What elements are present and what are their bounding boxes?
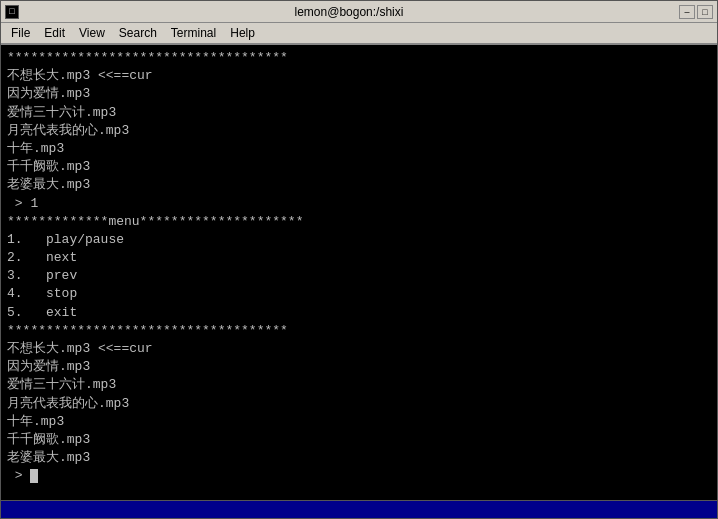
terminal-cursor [30, 469, 38, 483]
status-bar [1, 500, 717, 518]
terminal-line: 因为爱情.mp3 [7, 358, 711, 376]
terminal-line: > 1 [7, 195, 711, 213]
title-bar-left: □ [5, 5, 19, 19]
terminal-line: 1. play/pause [7, 231, 711, 249]
title-bar-controls: – □ [679, 5, 713, 19]
menu-file[interactable]: File [5, 25, 36, 41]
terminal-line: 千千阙歌.mp3 [7, 158, 711, 176]
terminal-line: 月亮代表我的心.mp3 [7, 395, 711, 413]
terminal-line: 2. next [7, 249, 711, 267]
title-bar: □ lemon@bogon:/shixi – □ [1, 1, 717, 23]
window-icon: □ [5, 5, 19, 19]
terminal-line: ************************************ [7, 49, 711, 67]
terminal-line: 老婆最大.mp3 [7, 176, 711, 194]
terminal-line: 老婆最大.mp3 [7, 449, 711, 467]
menu-bar: File Edit View Search Terminal Help [1, 23, 717, 45]
menu-edit[interactable]: Edit [38, 25, 71, 41]
menu-terminal[interactable]: Terminal [165, 25, 222, 41]
terminal-line: 爱情三十六计.mp3 [7, 104, 711, 122]
maximize-button[interactable]: □ [697, 5, 713, 19]
terminal-line: 不想长大.mp3 <<==cur [7, 340, 711, 358]
terminal-line: > [7, 467, 711, 485]
menu-view[interactable]: View [73, 25, 111, 41]
terminal-line: *************menu********************* [7, 213, 711, 231]
terminal-line: 爱情三十六计.mp3 [7, 376, 711, 394]
terminal-line: 5. exit [7, 304, 711, 322]
terminal-line: 不想长大.mp3 <<==cur [7, 67, 711, 85]
terminal-line: 因为爱情.mp3 [7, 85, 711, 103]
window-title: lemon@bogon:/shixi [295, 5, 404, 19]
terminal-body[interactable]: ************************************不想长大… [1, 45, 717, 500]
terminal-line: 千千阙歌.mp3 [7, 431, 711, 449]
minimize-button[interactable]: – [679, 5, 695, 19]
terminal-line: ************************************ [7, 322, 711, 340]
terminal-line: 月亮代表我的心.mp3 [7, 122, 711, 140]
terminal-line: 3. prev [7, 267, 711, 285]
terminal-window: □ lemon@bogon:/shixi – □ File Edit View … [0, 0, 718, 519]
terminal-line: 4. stop [7, 285, 711, 303]
menu-help[interactable]: Help [224, 25, 261, 41]
terminal-line: 十年.mp3 [7, 140, 711, 158]
terminal-line: 十年.mp3 [7, 413, 711, 431]
menu-search[interactable]: Search [113, 25, 163, 41]
